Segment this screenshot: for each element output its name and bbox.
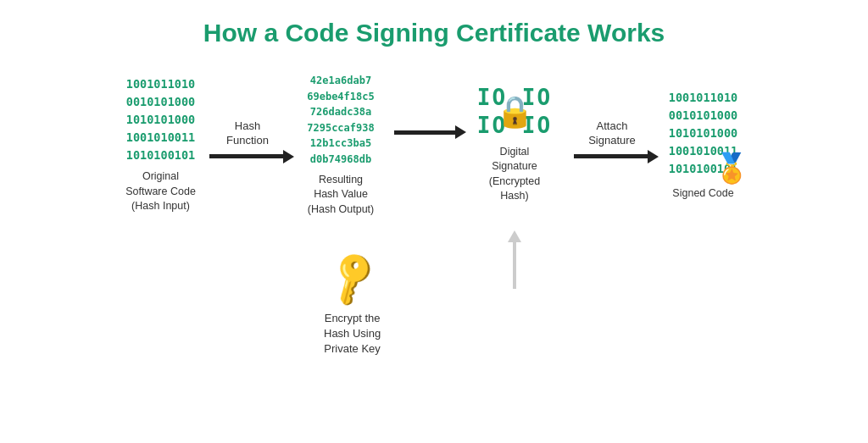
original-code-label: OriginalSoftware Code(Hash Input) <box>125 169 196 214</box>
private-key-section: 🔑 Encrypt theHash UsingPrivate Key <box>324 255 381 357</box>
original-code-binary: 1001011010001010100010101010001001010011… <box>126 75 195 164</box>
key-icon: 🔑 <box>320 246 384 309</box>
attach-signature-arrow: AttachSignature <box>570 119 654 162</box>
certificate-seal-icon: 🏅 <box>714 151 749 185</box>
attach-signature-label: AttachSignature <box>588 119 636 148</box>
page-title: How a Code Signing Certificate Works <box>203 19 665 47</box>
digital-signature-column: IOXIO 🔒 IOXIO DigitalSignature(Encrypted… <box>459 86 570 203</box>
digital-signature-label: DigitalSignature(EncryptedHash) <box>489 145 540 204</box>
hash-function-label: HashFunction <box>226 119 269 148</box>
private-key-label: Encrypt theHash UsingPrivate Key <box>324 311 381 357</box>
original-code-column: 1001011010001010100010101010001001010011… <box>116 75 205 213</box>
up-arrow <box>508 230 521 289</box>
arrow2 <box>392 127 459 137</box>
hash-value-binary: 42e1a6dab769ebe4f18c5726dadc38a7295ccaf9… <box>307 73 374 168</box>
hash-value-label: ResultingHash Value(Hash Output) <box>308 173 375 218</box>
top-row: 1001011010001010100010101010001001010011… <box>19 73 849 217</box>
hash-function-arrow: HashFunction <box>205 119 290 162</box>
signed-code-label: Signed Code <box>672 186 733 202</box>
diagram: 1001011010001010100010101010001001010011… <box>0 73 868 217</box>
hash-value-column: 42e1a6dab769ebe4f18c5726dadc38a7295ccaf9… <box>290 73 392 217</box>
signed-code-column: 1001011010001010100010101010001001010011… <box>654 89 752 201</box>
